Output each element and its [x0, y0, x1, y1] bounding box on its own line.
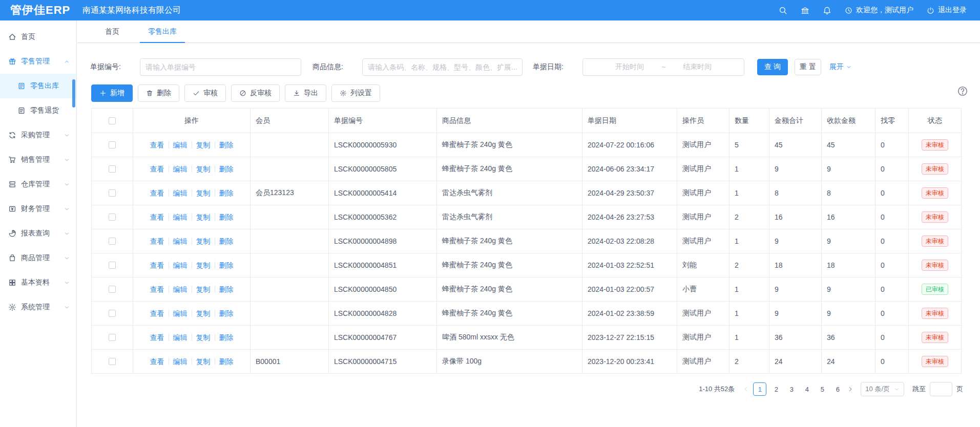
- sidebar-item-sales-mgmt[interactable]: 销售管理: [0, 147, 76, 172]
- logout-button[interactable]: 退出登录: [927, 6, 967, 15]
- view-link[interactable]: 查看: [146, 214, 169, 221]
- unaudit-button[interactable]: 反审核: [231, 84, 280, 102]
- tab-retail-outbound[interactable]: 零售出库: [140, 20, 185, 42]
- edit-link[interactable]: 编辑: [169, 214, 192, 221]
- view-link[interactable]: 查看: [146, 189, 169, 197]
- product-info-input[interactable]: [362, 58, 523, 76]
- row-checkbox[interactable]: [109, 262, 116, 269]
- row-checkbox[interactable]: [109, 214, 116, 221]
- delete-link[interactable]: 删除: [215, 214, 238, 221]
- edit-link[interactable]: 编辑: [169, 310, 192, 317]
- sidebar-scrollbar-thumb[interactable]: [72, 79, 75, 108]
- sidebar-item-retail-mgmt[interactable]: 零售管理: [0, 49, 76, 74]
- copy-link[interactable]: 复制: [192, 238, 215, 245]
- sidebar-item-warehouse-mgmt[interactable]: 仓库管理: [0, 172, 76, 197]
- page-4[interactable]: 4: [801, 382, 812, 396]
- edit-link[interactable]: 编辑: [169, 165, 192, 173]
- bank-icon[interactable]: [801, 6, 809, 15]
- row-checkbox[interactable]: [109, 238, 116, 245]
- delete-link[interactable]: 删除: [215, 262, 238, 269]
- delete-link[interactable]: 删除: [215, 310, 238, 317]
- user-welcome-menu[interactable]: 欢迎您，测试用户: [845, 6, 913, 15]
- copy-link[interactable]: 复制: [192, 286, 215, 293]
- cell-product-info: 蜂蜜柚子茶 240g 黄色: [437, 157, 582, 181]
- help-icon[interactable]: [957, 86, 968, 97]
- copy-link[interactable]: 复制: [192, 165, 215, 173]
- sidebar-item-goods-mgmt[interactable]: 商品管理: [0, 246, 76, 270]
- prev-page-button[interactable]: [743, 386, 749, 392]
- copy-link[interactable]: 复制: [192, 262, 215, 269]
- search-icon[interactable]: [779, 6, 787, 15]
- order-no-input[interactable]: [140, 58, 301, 76]
- sidebar-item-purchase-mgmt[interactable]: 采购管理: [0, 123, 76, 147]
- edit-link[interactable]: 编辑: [169, 189, 192, 197]
- sidebar-item-retail-return[interactable]: 零售退货: [0, 98, 76, 123]
- row-checkbox[interactable]: [109, 165, 116, 173]
- next-page-button[interactable]: [847, 386, 853, 392]
- edit-link[interactable]: 编辑: [169, 262, 192, 269]
- copy-link[interactable]: 复制: [192, 189, 215, 197]
- row-checkbox[interactable]: [109, 141, 116, 148]
- view-link[interactable]: 查看: [146, 262, 169, 269]
- expand-toggle[interactable]: 展开: [829, 62, 852, 72]
- export-button[interactable]: 导出: [285, 84, 326, 102]
- view-link[interactable]: 查看: [146, 310, 169, 317]
- table-row: 查看 编辑 复制 删除 LSCK00000004767 啤酒 580ml xxs…: [92, 326, 962, 350]
- delete-link[interactable]: 删除: [215, 286, 238, 293]
- page-3[interactable]: 3: [786, 382, 797, 396]
- delete-link[interactable]: 删除: [215, 334, 238, 341]
- column-settings-button[interactable]: 列设置: [331, 84, 380, 102]
- delete-link[interactable]: 删除: [215, 358, 238, 365]
- view-link[interactable]: 查看: [146, 238, 169, 245]
- sidebar-item-basic-data[interactable]: 基本资料: [0, 270, 76, 295]
- sidebar-item-home[interactable]: 首页: [0, 25, 76, 49]
- view-link[interactable]: 查看: [146, 334, 169, 341]
- copy-link[interactable]: 复制: [192, 141, 215, 148]
- tab-home[interactable]: 首页: [97, 20, 128, 42]
- audit-button[interactable]: 审核: [184, 84, 226, 102]
- sidebar-item-retail-outbound[interactable]: 零售出库: [0, 74, 76, 98]
- delete-button[interactable]: 删除: [138, 84, 179, 102]
- jump-to-input[interactable]: [930, 382, 952, 396]
- row-checkbox[interactable]: [109, 286, 116, 293]
- cell-actions: 查看 编辑 复制 删除: [133, 181, 251, 205]
- row-checkbox[interactable]: [109, 358, 116, 365]
- add-button[interactable]: 新增: [91, 84, 133, 102]
- reset-button[interactable]: 重 置: [795, 59, 821, 75]
- view-link[interactable]: 查看: [146, 141, 169, 148]
- row-checkbox[interactable]: [109, 189, 116, 197]
- row-checkbox[interactable]: [109, 334, 116, 341]
- delete-link[interactable]: 删除: [215, 141, 238, 148]
- page-5[interactable]: 5: [817, 382, 828, 396]
- delete-link[interactable]: 删除: [215, 165, 238, 173]
- page-2[interactable]: 2: [770, 382, 782, 396]
- edit-link[interactable]: 编辑: [169, 358, 192, 365]
- view-link[interactable]: 查看: [146, 165, 169, 173]
- page-1[interactable]: 1: [753, 382, 766, 396]
- view-link[interactable]: 查看: [146, 358, 169, 365]
- cell-member: B00001: [251, 350, 329, 374]
- copy-link[interactable]: 复制: [192, 358, 215, 365]
- delete-link[interactable]: 删除: [215, 189, 238, 197]
- edit-link[interactable]: 编辑: [169, 286, 192, 293]
- row-checkbox[interactable]: [109, 310, 116, 317]
- sidebar-item-report-query[interactable]: 报表查询: [0, 221, 76, 246]
- delete-link[interactable]: 删除: [215, 238, 238, 245]
- bell-icon[interactable]: [823, 6, 831, 15]
- edit-link[interactable]: 编辑: [169, 141, 192, 148]
- copy-link[interactable]: 复制: [192, 310, 215, 317]
- copy-link[interactable]: 复制: [192, 214, 215, 221]
- copy-link[interactable]: 复制: [192, 334, 215, 341]
- cell-member: [251, 229, 329, 253]
- page-size-select[interactable]: 10 条/页: [861, 382, 904, 396]
- edit-link[interactable]: 编辑: [169, 334, 192, 341]
- date-range-input[interactable]: 开始时间 ~ 结束时间: [582, 58, 744, 76]
- view-link[interactable]: 查看: [146, 286, 169, 293]
- page-6[interactable]: 6: [832, 382, 843, 396]
- search-button[interactable]: 查 询: [757, 59, 788, 75]
- select-all-checkbox[interactable]: [109, 117, 116, 124]
- sidebar-item-system-mgmt[interactable]: 系统管理: [0, 295, 76, 319]
- sidebar-item-finance-mgmt[interactable]: 财务管理: [0, 197, 76, 221]
- cell-order-no: LSCK00000004851: [329, 253, 437, 277]
- edit-link[interactable]: 编辑: [169, 238, 192, 245]
